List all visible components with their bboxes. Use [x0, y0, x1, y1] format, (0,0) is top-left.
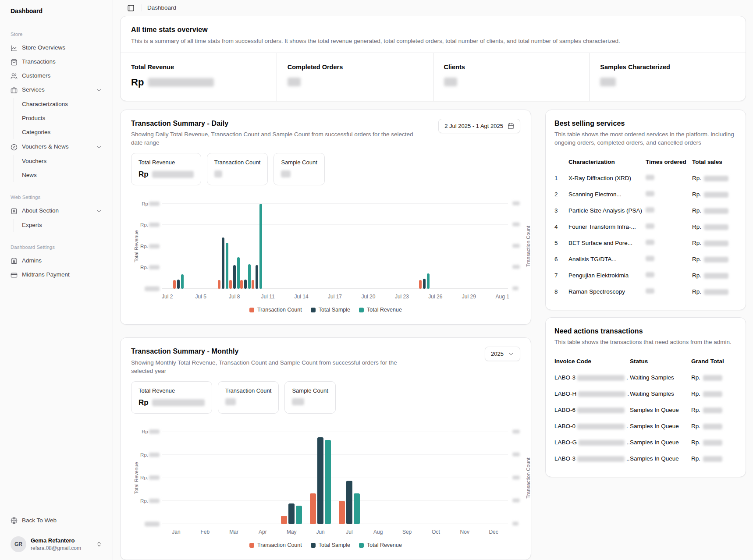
monthly-legend: Transaction CountTotal SampleTotal Reven… [131, 542, 520, 549]
bar-transaction-count [281, 516, 287, 524]
sidebar-item-categories[interactable]: Categories [18, 126, 106, 139]
x-axis-tick-label: Feb [200, 528, 210, 536]
redacted-value [704, 289, 728, 295]
redacted-value [292, 398, 304, 405]
y-axis-tick-label: Rp. [140, 451, 162, 458]
total-sales-value: Rp. [692, 191, 737, 199]
service-name: Raman Spectroscopy [568, 288, 646, 296]
x-axis-tick-label: Jul 26 [428, 293, 442, 301]
y-axis-title-left: Total Revenue [133, 439, 140, 517]
redacted-value [578, 391, 625, 397]
y-axis-tick-label: Rp. [140, 497, 162, 504]
sidebar-toggle-button[interactable] [125, 3, 136, 14]
user-meta: Gema Refantero refara.08@gmail.com [31, 537, 92, 552]
sidebar-title: Dashboard [7, 6, 106, 16]
x-axis-tick-label: Jun [316, 528, 324, 536]
sidebar-item-services[interactable]: Services [7, 83, 106, 97]
sidebar-item-label: Customers [22, 72, 102, 80]
redacted-value [512, 453, 520, 457]
sidebar-subitems: CharacterizationsProductsCategories [14, 98, 106, 139]
x-axis-tick-label: Aug [373, 528, 383, 536]
redacted-value [512, 475, 520, 479]
redacted-value [214, 170, 222, 177]
daily-legend: Transaction CountTotal SampleTotal Reven… [131, 306, 520, 314]
sidebar-item-news[interactable]: News [18, 169, 106, 182]
times-ordered-value [646, 207, 692, 215]
date-range-picker[interactable]: 2 Jul 2025 - 1 Agt 2025 [438, 119, 520, 133]
table-row: 1X-Ray Diffraction (XRD)Rp. [554, 170, 737, 187]
legend-item-total-sample: Total Sample [311, 542, 350, 549]
stat-box-value [292, 397, 328, 407]
y-tick-prefix: Rp. [140, 474, 148, 481]
table-row: 2Scanning Electron...Rp. [554, 187, 737, 203]
stats-row: Total RevenueRpCompleted OrdersClientsSa… [121, 53, 746, 101]
bar-total-revenue [248, 264, 251, 289]
sidebar-item-products[interactable]: Products [18, 112, 106, 125]
grand-total-value: Rp. [691, 406, 737, 415]
bar-total-revenue [237, 257, 240, 289]
redacted-value [149, 265, 160, 269]
invoice-code: LABO-G.. [554, 439, 630, 447]
back-to-web-label: Back To Web [22, 517, 102, 525]
sidebar-item-midtrans-payment[interactable]: Midtrans Payment [7, 268, 106, 282]
sidebar: Dashboard StoreStore OverviewsTransactio… [0, 0, 113, 560]
x-axis-tick-label: Jul 2 [162, 293, 173, 301]
currency-prefix: Rp. [692, 223, 701, 231]
invoice-code-prefix: LABO-6 [554, 406, 575, 415]
table-row: LABO-G..Samples In QueueRp. [554, 435, 737, 451]
sidebar-item-label: Admins [22, 257, 102, 265]
redacted-value [703, 456, 722, 462]
y-axis-tick-label: Rp. [140, 243, 162, 250]
redacted-value [704, 273, 728, 279]
redacted-value [512, 223, 520, 227]
year-select[interactable]: 2025 [485, 347, 520, 361]
redacted-value [704, 241, 728, 246]
table-row: 5BET Surface and Pore...Rp. [554, 235, 737, 252]
legend-swatch [311, 543, 316, 548]
stat-label: Samples Characterized [600, 63, 735, 71]
grand-total-value: Rp. [691, 455, 737, 463]
row-rank: 1 [554, 174, 568, 183]
right-axis-tick [512, 242, 520, 250]
legend-item-total-revenue: Total Revenue [359, 306, 402, 314]
avatar: GR [11, 536, 26, 552]
back-to-web-button[interactable]: Back To Web [7, 514, 106, 528]
breadcrumb: Dashboard [147, 4, 176, 12]
redacted-value [579, 440, 625, 446]
stat-box-sample-count: Sample Count [273, 153, 324, 185]
sidebar-item-vouchers[interactable]: Vouchers [18, 155, 106, 168]
redacted-value [512, 201, 520, 205]
x-axis-tick-label: Jul 11 [261, 293, 275, 301]
stat-completed-orders: Completed Orders [277, 53, 433, 101]
sidebar-item-experts[interactable]: Experts [18, 219, 106, 232]
sidebar-item-transactions[interactable]: Transactions [7, 55, 106, 69]
currency-prefix: Rp. [692, 174, 701, 183]
service-name: Scanning Electron... [568, 191, 646, 199]
stats-card-head: All time stats overview This is a summar… [121, 16, 746, 52]
times-ordered-value [646, 255, 692, 264]
sidebar-item-about-section[interactable]: About Section [7, 204, 106, 218]
sidebar-item-store-overviews[interactable]: Store Overviews [7, 41, 106, 55]
user-menu[interactable]: GR Gema Refantero refara.08@gmail.com [7, 534, 106, 555]
row-rank: 8 [554, 288, 568, 296]
legend-label: Total Revenue [367, 306, 402, 314]
total-sales-value: Rp. [692, 255, 737, 264]
bar-transaction-count [339, 501, 345, 524]
bar-group-jul-10 [252, 204, 262, 289]
bar-group-jul [339, 432, 360, 524]
left-column: Transaction Summary - Daily Showing Dail… [120, 110, 531, 560]
bar-total-revenue [325, 440, 331, 524]
sidebar-item-admins[interactable]: Admins [7, 254, 106, 268]
sidebar-item-label: Vouchers & News [22, 143, 92, 151]
stat-box-label: Total Revenue [139, 159, 194, 167]
stat-label: Clients [444, 63, 579, 71]
sidebar-item-vouchers-news[interactable]: Vouchers & News [7, 140, 106, 154]
sidebar-subitem-label: News [22, 171, 102, 180]
header-status: Status [630, 358, 691, 366]
right-axis-tick [512, 199, 520, 208]
bar-group-jul-7 [218, 204, 228, 289]
redacted-value [512, 499, 520, 503]
sidebar-item-characterizations[interactable]: Characterizations [18, 98, 106, 111]
currency-prefix: Rp. [691, 422, 700, 431]
sidebar-item-customers[interactable]: Customers [7, 69, 106, 83]
